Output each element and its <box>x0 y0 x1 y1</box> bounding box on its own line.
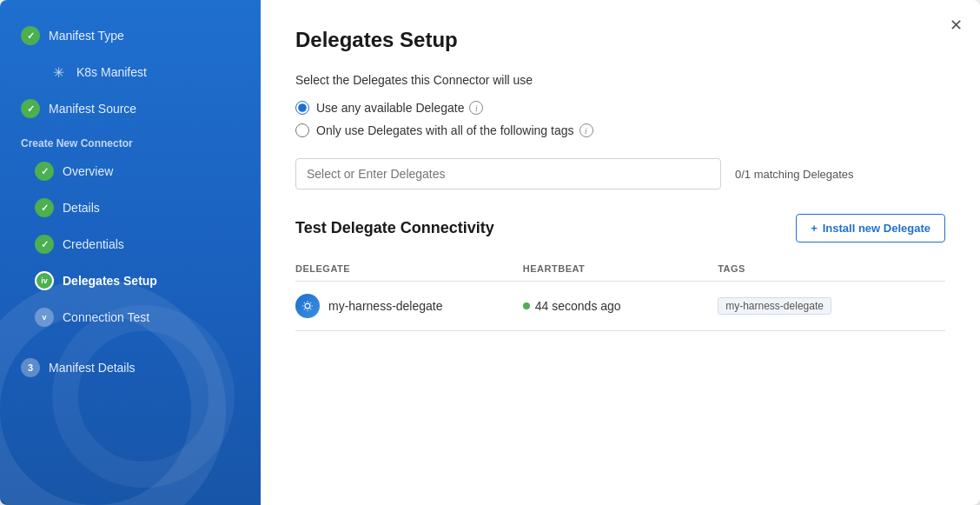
delegate-name-text: my-harness-delegate <box>328 299 443 313</box>
table-row: my-harness-delegate 44 seconds ago my-ha… <box>295 282 945 331</box>
table-header-row: DELEGATE HEARTBEAT TAGS <box>295 256 945 282</box>
main-content: ✕ Delegates Setup Select the Delegates t… <box>261 0 980 505</box>
sidebar-item-k8s-manifest[interactable]: ✳ K8s Manifest <box>0 54 261 90</box>
sidebar-item-details[interactable]: ✓ Details <box>0 189 261 226</box>
k8s-manifest-label: K8s Manifest <box>76 65 147 79</box>
delegate-heartbeat-cell: 44 seconds ago <box>523 282 718 331</box>
matching-count-text: 0/1 matching Delegates <box>735 168 854 181</box>
heartbeat-status-dot <box>523 302 530 309</box>
specific-delegates-label: Only use Delegates with all of the follo… <box>316 123 593 137</box>
manifest-details-label: Manifest Details <box>49 361 136 375</box>
credentials-status-icon: ✓ <box>35 235 54 254</box>
sidebar-item-overview[interactable]: ✓ Overview <box>0 153 261 189</box>
create-connector-group-label: Create New Connector <box>0 127 261 153</box>
heartbeat-text: 44 seconds ago <box>535 299 621 313</box>
delegate-snowflake-svg <box>301 300 314 312</box>
overview-label: Overview <box>63 164 113 178</box>
modal-container: ✓ Manifest Type ✳ K8s Manifest ✓ Manifes… <box>0 0 980 505</box>
sidebar-item-manifest-details[interactable]: 3 Manifest Details <box>0 349 261 386</box>
use-any-delegate-option[interactable]: Use any available Delegate i <box>295 101 945 115</box>
delegate-name-wrapper: my-harness-delegate <box>295 294 523 318</box>
specific-delegates-info-icon[interactable]: i <box>579 123 593 137</box>
delegate-tags-cell: my-harness-delegate <box>718 282 945 331</box>
credentials-label: Credentials <box>63 237 124 251</box>
delegate-input-row: 0/1 matching Delegates <box>295 158 945 189</box>
page-title: Delegates Setup <box>295 28 945 52</box>
test-connectivity-title: Test Delegate Connectivity <box>295 219 494 237</box>
specific-delegates-radio[interactable] <box>295 123 309 137</box>
use-any-delegate-radio[interactable] <box>295 101 309 115</box>
connection-test-label: Connection Test <box>63 310 149 324</box>
test-connectivity-header-row: Test Delegate Connectivity + Install new… <box>295 214 945 243</box>
specific-delegates-option[interactable]: Only use Delegates with all of the follo… <box>295 123 945 137</box>
manifest-details-status-icon: 3 <box>21 358 40 377</box>
col-header-heartbeat: HEARTBEAT <box>523 256 718 282</box>
manifest-source-status-icon: ✓ <box>21 99 40 118</box>
sidebar-item-manifest-type[interactable]: ✓ Manifest Type <box>0 17 261 54</box>
manifest-type-status-icon: ✓ <box>21 26 40 45</box>
description-text: Select the Delegates this Connector will… <box>295 73 945 87</box>
sidebar-item-connection-test[interactable]: v Connection Test <box>0 299 261 336</box>
close-button[interactable]: ✕ <box>946 14 966 37</box>
sidebar-item-manifest-source[interactable]: ✓ Manifest Source <box>0 90 261 127</box>
install-new-delegate-button[interactable]: + Install new Delegate <box>796 214 945 243</box>
details-status-icon: ✓ <box>35 198 54 217</box>
delegate-search-input[interactable] <box>295 158 721 189</box>
sidebar-item-delegates-setup[interactable]: iv Delegates Setup <box>0 262 261 299</box>
manifest-type-label: Manifest Type <box>49 29 124 43</box>
details-label: Details <box>63 201 100 215</box>
delegate-selection-radio-group: Use any available Delegate i Only use De… <box>295 101 945 137</box>
delegate-tag-badge: my-harness-delegate <box>718 297 831 315</box>
use-any-delegate-info-icon[interactable]: i <box>469 101 483 115</box>
overview-status-icon: ✓ <box>35 162 54 181</box>
delegate-icon <box>295 294 320 318</box>
install-btn-label: Install new Delegate <box>823 222 930 235</box>
install-btn-plus-icon: + <box>811 222 818 235</box>
k8s-snowflake-icon: ✳ <box>49 63 68 82</box>
col-header-tags: TAGS <box>718 256 945 282</box>
heartbeat-wrapper: 44 seconds ago <box>523 299 718 313</box>
delegate-table: DELEGATE HEARTBEAT TAGS my- <box>295 256 945 331</box>
col-header-delegate: DELEGATE <box>295 256 523 282</box>
use-any-delegate-label: Use any available Delegate i <box>316 101 483 115</box>
sidebar-item-credentials[interactable]: ✓ Credentials <box>0 226 261 262</box>
delegates-setup-label: Delegates Setup <box>63 274 157 288</box>
sidebar: ✓ Manifest Type ✳ K8s Manifest ✓ Manifes… <box>0 0 261 505</box>
manifest-source-label: Manifest Source <box>49 102 136 116</box>
delegate-name-cell: my-harness-delegate <box>295 282 523 331</box>
delegates-setup-status-icon: iv <box>35 271 54 290</box>
connection-test-status-icon: v <box>35 308 54 327</box>
